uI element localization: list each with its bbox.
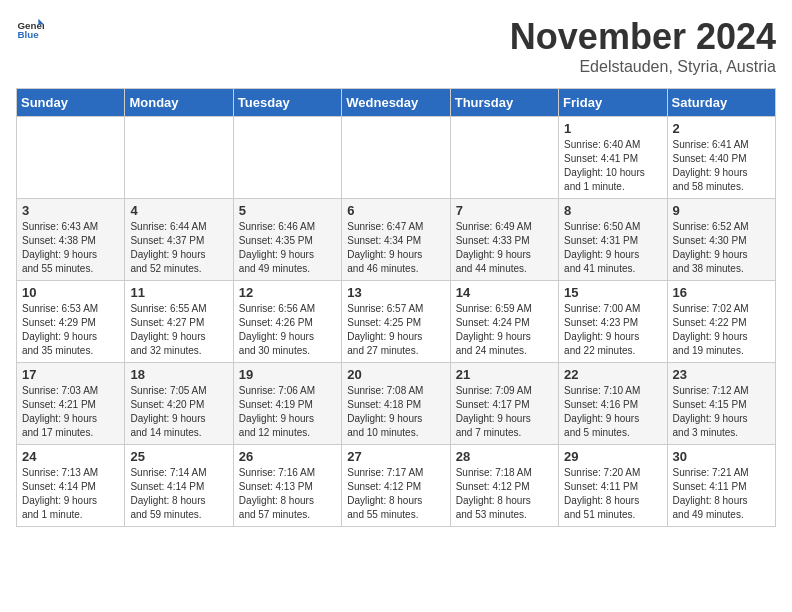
day-number: 13 [347,285,444,300]
calendar-cell: 15Sunrise: 7:00 AM Sunset: 4:23 PM Dayli… [559,281,667,363]
day-info: Sunrise: 7:13 AM Sunset: 4:14 PM Dayligh… [22,466,119,522]
calendar-cell: 30Sunrise: 7:21 AM Sunset: 4:11 PM Dayli… [667,445,775,527]
day-number: 26 [239,449,336,464]
calendar-cell: 13Sunrise: 6:57 AM Sunset: 4:25 PM Dayli… [342,281,450,363]
calendar-cell: 1Sunrise: 6:40 AM Sunset: 4:41 PM Daylig… [559,117,667,199]
day-info: Sunrise: 7:06 AM Sunset: 4:19 PM Dayligh… [239,384,336,440]
calendar-cell: 8Sunrise: 6:50 AM Sunset: 4:31 PM Daylig… [559,199,667,281]
month-title: November 2024 [510,16,776,58]
day-info: Sunrise: 6:46 AM Sunset: 4:35 PM Dayligh… [239,220,336,276]
calendar-cell [125,117,233,199]
day-number: 15 [564,285,661,300]
calendar-week-row: 17Sunrise: 7:03 AM Sunset: 4:21 PM Dayli… [17,363,776,445]
day-info: Sunrise: 7:21 AM Sunset: 4:11 PM Dayligh… [673,466,770,522]
header: General Blue November 2024 Edelstauden, … [16,16,776,76]
calendar-cell: 7Sunrise: 6:49 AM Sunset: 4:33 PM Daylig… [450,199,558,281]
day-number: 7 [456,203,553,218]
day-number: 17 [22,367,119,382]
day-info: Sunrise: 6:40 AM Sunset: 4:41 PM Dayligh… [564,138,661,194]
calendar-cell: 22Sunrise: 7:10 AM Sunset: 4:16 PM Dayli… [559,363,667,445]
day-number: 22 [564,367,661,382]
calendar-cell: 25Sunrise: 7:14 AM Sunset: 4:14 PM Dayli… [125,445,233,527]
day-info: Sunrise: 6:53 AM Sunset: 4:29 PM Dayligh… [22,302,119,358]
day-number: 30 [673,449,770,464]
day-info: Sunrise: 7:08 AM Sunset: 4:18 PM Dayligh… [347,384,444,440]
calendar-cell: 17Sunrise: 7:03 AM Sunset: 4:21 PM Dayli… [17,363,125,445]
calendar-cell: 26Sunrise: 7:16 AM Sunset: 4:13 PM Dayli… [233,445,341,527]
day-info: Sunrise: 7:05 AM Sunset: 4:20 PM Dayligh… [130,384,227,440]
calendar-week-row: 24Sunrise: 7:13 AM Sunset: 4:14 PM Dayli… [17,445,776,527]
day-info: Sunrise: 6:47 AM Sunset: 4:34 PM Dayligh… [347,220,444,276]
weekday-header: Saturday [667,89,775,117]
calendar-week-row: 3Sunrise: 6:43 AM Sunset: 4:38 PM Daylig… [17,199,776,281]
day-number: 19 [239,367,336,382]
calendar-cell: 6Sunrise: 6:47 AM Sunset: 4:34 PM Daylig… [342,199,450,281]
day-info: Sunrise: 6:57 AM Sunset: 4:25 PM Dayligh… [347,302,444,358]
weekday-header: Wednesday [342,89,450,117]
day-info: Sunrise: 6:52 AM Sunset: 4:30 PM Dayligh… [673,220,770,276]
calendar-cell [17,117,125,199]
day-info: Sunrise: 6:43 AM Sunset: 4:38 PM Dayligh… [22,220,119,276]
day-number: 29 [564,449,661,464]
weekday-header: Monday [125,89,233,117]
day-number: 24 [22,449,119,464]
day-info: Sunrise: 7:16 AM Sunset: 4:13 PM Dayligh… [239,466,336,522]
calendar-cell [450,117,558,199]
calendar-cell: 18Sunrise: 7:05 AM Sunset: 4:20 PM Dayli… [125,363,233,445]
day-number: 1 [564,121,661,136]
day-number: 2 [673,121,770,136]
day-info: Sunrise: 6:49 AM Sunset: 4:33 PM Dayligh… [456,220,553,276]
day-info: Sunrise: 6:56 AM Sunset: 4:26 PM Dayligh… [239,302,336,358]
logo: General Blue [16,16,44,44]
day-number: 14 [456,285,553,300]
day-info: Sunrise: 6:59 AM Sunset: 4:24 PM Dayligh… [456,302,553,358]
day-number: 4 [130,203,227,218]
calendar-cell: 27Sunrise: 7:17 AM Sunset: 4:12 PM Dayli… [342,445,450,527]
calendar-table: SundayMondayTuesdayWednesdayThursdayFrid… [16,88,776,527]
calendar-cell: 28Sunrise: 7:18 AM Sunset: 4:12 PM Dayli… [450,445,558,527]
calendar-body: 1Sunrise: 6:40 AM Sunset: 4:41 PM Daylig… [17,117,776,527]
day-number: 11 [130,285,227,300]
calendar-cell [233,117,341,199]
calendar-cell: 10Sunrise: 6:53 AM Sunset: 4:29 PM Dayli… [17,281,125,363]
calendar-cell: 12Sunrise: 6:56 AM Sunset: 4:26 PM Dayli… [233,281,341,363]
day-number: 20 [347,367,444,382]
calendar-header-row: SundayMondayTuesdayWednesdayThursdayFrid… [17,89,776,117]
day-number: 12 [239,285,336,300]
day-info: Sunrise: 7:03 AM Sunset: 4:21 PM Dayligh… [22,384,119,440]
day-number: 9 [673,203,770,218]
day-number: 28 [456,449,553,464]
calendar-cell: 11Sunrise: 6:55 AM Sunset: 4:27 PM Dayli… [125,281,233,363]
logo-icon: General Blue [16,16,44,44]
day-number: 6 [347,203,444,218]
day-info: Sunrise: 7:20 AM Sunset: 4:11 PM Dayligh… [564,466,661,522]
calendar-cell: 21Sunrise: 7:09 AM Sunset: 4:17 PM Dayli… [450,363,558,445]
calendar-cell: 9Sunrise: 6:52 AM Sunset: 4:30 PM Daylig… [667,199,775,281]
day-info: Sunrise: 6:44 AM Sunset: 4:37 PM Dayligh… [130,220,227,276]
calendar-cell: 2Sunrise: 6:41 AM Sunset: 4:40 PM Daylig… [667,117,775,199]
day-number: 21 [456,367,553,382]
day-number: 16 [673,285,770,300]
day-info: Sunrise: 7:09 AM Sunset: 4:17 PM Dayligh… [456,384,553,440]
day-info: Sunrise: 6:55 AM Sunset: 4:27 PM Dayligh… [130,302,227,358]
day-number: 8 [564,203,661,218]
location-title: Edelstauden, Styria, Austria [510,58,776,76]
day-info: Sunrise: 6:41 AM Sunset: 4:40 PM Dayligh… [673,138,770,194]
calendar-cell [342,117,450,199]
calendar-cell: 4Sunrise: 6:44 AM Sunset: 4:37 PM Daylig… [125,199,233,281]
title-area: November 2024 Edelstauden, Styria, Austr… [510,16,776,76]
calendar-cell: 16Sunrise: 7:02 AM Sunset: 4:22 PM Dayli… [667,281,775,363]
day-number: 5 [239,203,336,218]
day-info: Sunrise: 7:17 AM Sunset: 4:12 PM Dayligh… [347,466,444,522]
day-number: 25 [130,449,227,464]
calendar-cell: 5Sunrise: 6:46 AM Sunset: 4:35 PM Daylig… [233,199,341,281]
calendar-week-row: 10Sunrise: 6:53 AM Sunset: 4:29 PM Dayli… [17,281,776,363]
day-number: 18 [130,367,227,382]
weekday-header: Thursday [450,89,558,117]
svg-text:Blue: Blue [17,29,39,40]
day-info: Sunrise: 7:14 AM Sunset: 4:14 PM Dayligh… [130,466,227,522]
calendar-cell: 23Sunrise: 7:12 AM Sunset: 4:15 PM Dayli… [667,363,775,445]
calendar-week-row: 1Sunrise: 6:40 AM Sunset: 4:41 PM Daylig… [17,117,776,199]
day-info: Sunrise: 7:02 AM Sunset: 4:22 PM Dayligh… [673,302,770,358]
day-info: Sunrise: 7:00 AM Sunset: 4:23 PM Dayligh… [564,302,661,358]
